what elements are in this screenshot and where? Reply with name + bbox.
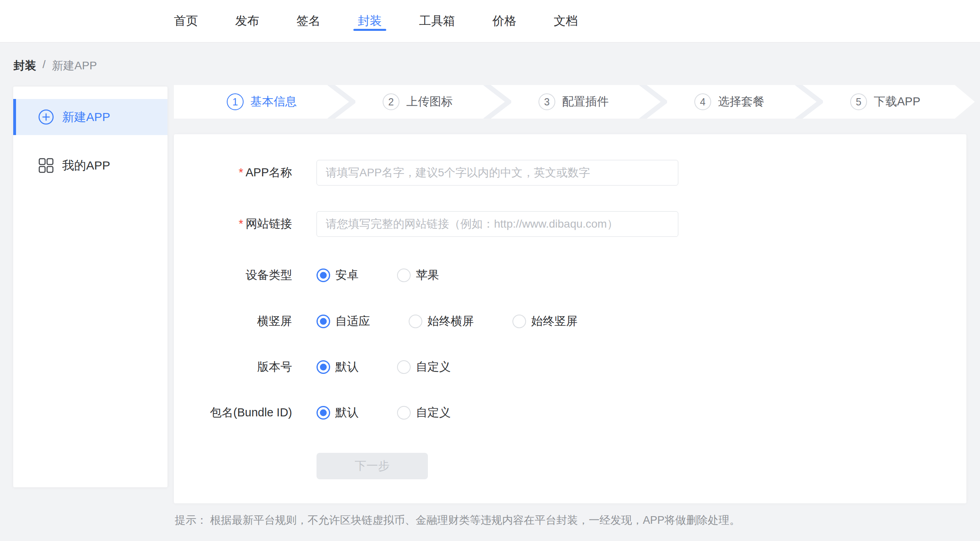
radio-option-label: 安卓 [335, 267, 359, 283]
radio-unselected-icon [397, 268, 411, 282]
form-row-device-type: 设备类型安卓苹果 [174, 267, 966, 283]
app-name-input[interactable] [317, 160, 678, 186]
sidebar-item-label: 新建APP [62, 109, 110, 125]
sidebar-item-label: 我的APP [62, 157, 110, 174]
step-配置插件: 3配置插件 [538, 85, 609, 119]
radio-option-label: 默认 [335, 359, 359, 375]
breadcrumb-current: 新建APP [52, 58, 97, 73]
next-step-button[interactable]: 下一步 [317, 453, 428, 479]
sidebar-item-新建APP[interactable]: 新建APP [13, 99, 167, 135]
nav-item-2[interactable]: 发布 [235, 0, 259, 42]
nav-item-6[interactable]: 价格 [492, 0, 516, 42]
step-number-badge: 2 [383, 93, 399, 110]
sidebar: 新建APP我的APP [13, 87, 167, 487]
app-name-label: *APP名称 [174, 165, 292, 181]
chevron-right-icon [794, 85, 823, 119]
chevron-right-icon [327, 85, 355, 119]
radio-unselected-icon [397, 406, 411, 420]
app-name-control [317, 160, 678, 186]
radio-option-label: 自定义 [416, 359, 451, 375]
bundle-id-option-2[interactable]: 自定义 [397, 405, 451, 421]
platform-rule-tip: 提示： 根据最新平台规则，不允许区块链虚拟币、金融理财类等违规内容在平台封装，一… [175, 513, 740, 527]
field-label-text: 设备类型 [246, 268, 292, 281]
step-label: 下载APP [874, 94, 920, 110]
step-上传图标: 2上传图标 [383, 85, 453, 119]
step-label: 配置插件 [562, 94, 609, 110]
field-label-text: 网站链接 [246, 217, 292, 230]
site-url-label: *网站链接 [174, 216, 292, 232]
form-row-site-url: *网站链接 [174, 211, 966, 237]
step-label: 基本信息 [250, 94, 297, 110]
radio-selected-icon [317, 315, 330, 328]
radio-option-label: 始终竖屏 [531, 313, 578, 329]
chevron-right-icon [482, 85, 511, 119]
nav-item-7[interactable]: 文档 [554, 0, 578, 42]
step-选择套餐: 4选择套餐 [694, 85, 764, 119]
nav-item-1[interactable]: 首页 [174, 0, 198, 42]
sidebar-item-我的APP[interactable]: 我的APP [13, 147, 167, 184]
form-row-orientation: 横竖屏自适应始终横屏始终竖屏 [174, 313, 966, 329]
step-基本信息: 1基本信息 [227, 85, 297, 119]
field-label-text: 版本号 [257, 360, 292, 373]
top-nav-bar: 首页发布签名封装工具箱价格文档 [0, 0, 980, 42]
site-url-input[interactable] [317, 211, 678, 237]
form-row-bundle-id: 包名(Bundle ID)默认自定义 [174, 405, 966, 421]
orientation-label: 横竖屏 [174, 313, 292, 329]
field-label-text: APP名称 [246, 166, 292, 179]
radio-selected-icon [317, 268, 330, 282]
device-type-label: 设备类型 [174, 267, 292, 283]
orientation-control: 自适应始终横屏始终竖屏 [317, 313, 616, 329]
breadcrumb: 封装 / 新建APP [14, 58, 97, 73]
version-option-2[interactable]: 自定义 [397, 359, 451, 375]
device-type-option-2[interactable]: 苹果 [397, 267, 439, 283]
step-下载APP: 5下载APP [850, 85, 920, 119]
nav-item-3[interactable]: 签名 [296, 0, 321, 42]
tip-prefix: 提示： [175, 514, 207, 526]
step-number-badge: 4 [694, 93, 711, 110]
plus-circle-icon [38, 109, 54, 125]
nav-item-5[interactable]: 工具箱 [419, 0, 455, 42]
nav-item-4[interactable]: 封装 [358, 0, 382, 42]
breadcrumb-parent[interactable]: 封装 [14, 58, 36, 73]
version-control: 默认自定义 [317, 359, 489, 375]
radio-selected-icon [317, 406, 330, 420]
form-row-version: 版本号默认自定义 [174, 359, 966, 375]
top-nav-items: 首页发布签名封装工具箱价格文档 [174, 0, 578, 42]
bundle-id-control: 默认自定义 [317, 405, 489, 421]
radio-option-label: 始终横屏 [427, 313, 474, 329]
orientation-option-3[interactable]: 始终竖屏 [512, 313, 578, 329]
required-asterisk: * [239, 166, 243, 179]
new-app-form-card: *APP名称*网站链接设备类型安卓苹果横竖屏自适应始终横屏始终竖屏版本号默认自定… [174, 134, 966, 503]
radio-option-label: 默认 [335, 405, 359, 421]
version-label: 版本号 [174, 359, 292, 375]
required-asterisk: * [239, 217, 243, 230]
grid-icon [38, 157, 54, 174]
radio-selected-icon [317, 360, 330, 374]
steps-wizard: 1基本信息2上传图标3配置插件4选择套餐5下载APP [174, 85, 975, 119]
step-number-badge: 1 [227, 93, 244, 110]
breadcrumb-separator: / [42, 58, 46, 73]
radio-unselected-icon [512, 315, 526, 328]
field-label-text: 包名(Bundle ID) [210, 406, 292, 419]
device-type-option-1[interactable]: 安卓 [317, 267, 359, 283]
step-label: 上传图标 [406, 94, 453, 110]
bundle-id-option-1[interactable]: 默认 [317, 405, 359, 421]
radio-option-label: 自定义 [416, 405, 451, 421]
radio-option-label: 自适应 [335, 313, 370, 329]
radio-unselected-icon [409, 315, 422, 328]
orientation-option-2[interactable]: 始终横屏 [409, 313, 474, 329]
device-type-control: 安卓苹果 [317, 267, 478, 283]
step-number-badge: 5 [850, 93, 867, 110]
orientation-option-1[interactable]: 自适应 [317, 313, 370, 329]
step-number-badge: 3 [538, 93, 555, 110]
tip-text: 根据最新平台规则，不允许区块链虚拟币、金融理财类等违规内容在平台封装，一经发现，… [210, 514, 740, 526]
form-row-app-name: *APP名称 [174, 160, 966, 186]
field-label-text: 横竖屏 [257, 315, 292, 327]
radio-unselected-icon [397, 360, 411, 374]
site-url-control [317, 211, 678, 237]
version-option-1[interactable]: 默认 [317, 359, 359, 375]
step-label: 选择套餐 [718, 94, 764, 110]
bundle-id-label: 包名(Bundle ID) [174, 405, 292, 421]
radio-option-label: 苹果 [416, 267, 439, 283]
chevron-right-icon [638, 85, 667, 119]
